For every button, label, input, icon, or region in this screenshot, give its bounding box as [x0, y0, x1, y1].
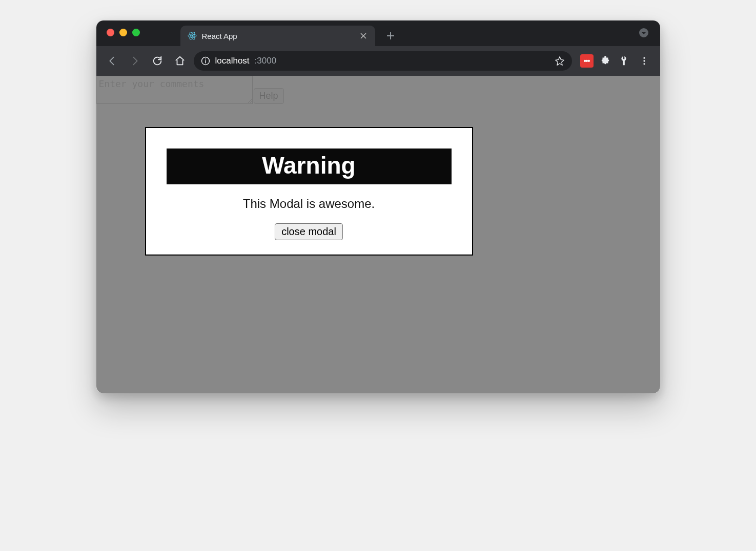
- forward-button[interactable]: [126, 52, 144, 70]
- tab-close-button[interactable]: [359, 31, 368, 40]
- browser-tab[interactable]: React App: [180, 26, 375, 46]
- tab-title: React App: [202, 32, 354, 40]
- reload-button[interactable]: [149, 52, 166, 70]
- extension-lastpass-icon[interactable]: •••: [580, 54, 594, 68]
- extensions-puzzle-icon[interactable]: [599, 54, 612, 68]
- browser-menu-button[interactable]: [636, 52, 653, 70]
- svg-rect-9: [623, 60, 625, 65]
- new-tab-button[interactable]: [383, 29, 398, 43]
- svg-point-13: [643, 63, 645, 65]
- chevron-down-icon[interactable]: [639, 28, 649, 38]
- svg-rect-7: [205, 60, 206, 63]
- titlebar: React App: [96, 20, 660, 46]
- modal-title: Warning: [167, 149, 452, 184]
- svg-point-0: [191, 35, 193, 36]
- modal-body-text: This Modal is awesome.: [167, 197, 452, 211]
- back-button[interactable]: [104, 52, 121, 70]
- viewport: Help Warning This Modal is awesome. clos…: [96, 76, 660, 393]
- extensions: •••: [580, 52, 653, 70]
- close-modal-button[interactable]: close modal: [275, 223, 343, 240]
- home-button[interactable]: [171, 52, 189, 70]
- react-icon: [188, 31, 197, 40]
- modal-dialog: Warning This Modal is awesome. close mod…: [145, 127, 473, 256]
- url-host: localhost: [215, 56, 250, 66]
- browser-window: React App localhost:300: [96, 20, 660, 393]
- window-maximize-button[interactable]: [132, 29, 140, 36]
- url-port: :3000: [255, 56, 277, 66]
- site-info-icon[interactable]: [201, 56, 210, 66]
- toolbar: localhost:3000 •••: [96, 46, 660, 76]
- window-minimize-button[interactable]: [119, 29, 127, 36]
- window-controls: [107, 29, 140, 36]
- svg-rect-10: [623, 56, 624, 59]
- svg-point-6: [205, 58, 206, 59]
- address-bar[interactable]: localhost:3000: [194, 51, 572, 71]
- svg-point-11: [643, 57, 645, 59]
- svg-point-12: [643, 60, 645, 61]
- window-close-button[interactable]: [107, 29, 114, 36]
- extension-wrench-icon[interactable]: [617, 54, 630, 68]
- bookmark-star-icon[interactable]: [555, 56, 565, 66]
